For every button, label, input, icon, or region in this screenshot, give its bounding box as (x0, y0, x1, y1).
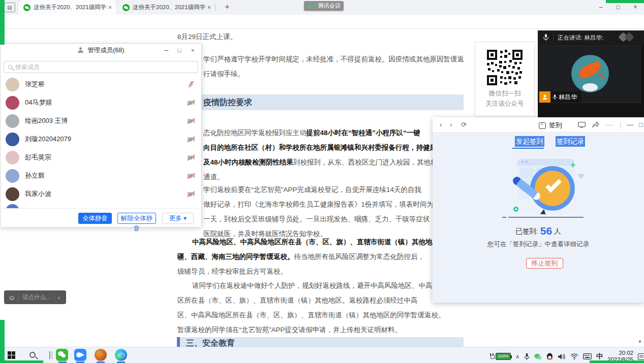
member-window-controls: ─ □ × (160, 44, 199, 57)
touch-keyboard-icon[interactable] (583, 353, 592, 359)
signin-illustration: + (503, 155, 590, 221)
speaker-name: 林昌华 (559, 93, 577, 102)
tray-expand-icon[interactable]: ∧ (515, 353, 519, 360)
tab-close-icon[interactable]: × (107, 4, 113, 11)
tab-start-signin[interactable]: 发起签到 (515, 136, 544, 147)
taskbar-edge-icon[interactable] (115, 349, 127, 361)
meeting-chat-bubble[interactable]: ☺ 说点什么... ‹ (4, 290, 66, 304)
volume-icon[interactable] (558, 353, 566, 360)
tab-actions-icon[interactable]: ▤ (4, 3, 15, 12)
camera-off-icon[interactable] (187, 136, 195, 143)
member-row[interactable]: 张芝桥 (1, 75, 202, 93)
minimize-button[interactable]: ─ (160, 47, 173, 53)
mic-off-icon[interactable] (187, 80, 195, 88)
battery-indicator[interactable]: 100% (489, 353, 511, 360)
article-line: 级辅导员，经学校审批后方可返校。 (177, 267, 287, 276)
tray-wechat-icon[interactable] (534, 353, 542, 360)
search-button[interactable] (26, 349, 39, 361)
minimize-button[interactable]: – (592, 4, 609, 11)
checkin-icon (539, 122, 546, 129)
article-line: 暂缓返校的同学须在“北艺智苑”APP提交请假申请，并上传相关证明材料。 (177, 325, 402, 335)
member-row[interactable]: 孙立辉 (1, 167, 202, 185)
stop-signin-button[interactable]: 终止签到 (526, 258, 563, 269)
article-line: 及48小时内核酸检测阴性结果到校报到，从东、西校区北门进入校园，其他校 (203, 158, 438, 167)
member-row[interactable]: 绘画2003 王博 (1, 112, 202, 130)
camera-off-icon[interactable] (187, 154, 195, 161)
signin-title: 签到 (539, 121, 562, 130)
more-icon[interactable]: ··· (605, 121, 614, 128)
mic-icon (553, 94, 557, 100)
unmute-all-button[interactable]: 解除全体静音 (117, 213, 156, 224)
start-button[interactable] (5, 349, 17, 361)
taskbar-meeting-icon[interactable] (74, 349, 86, 361)
notification-center-icon[interactable] (638, 353, 644, 360)
signin-note: 您可在「签到记录」中查看详细记录 (433, 240, 644, 249)
forward-share-icon[interactable] (592, 121, 599, 128)
browser-tab-1[interactable]: 这份关于2020、2021级同学开学 × (18, 0, 116, 15)
article-line: 区、中高风险地区所在县（市、区、旗）、直辖市街道（镇）其他地区的同学暂缓返校。 (177, 311, 445, 320)
member-row[interactable]: 彭毛英宗 (1, 148, 202, 167)
video-window-header[interactable]: 正在讲话: 林昌华; (538, 30, 644, 45)
tray-qq-icon[interactable] (546, 353, 553, 360)
tray-mic-icon[interactable] (524, 353, 530, 360)
wifi-icon[interactable] (570, 353, 578, 359)
person-icon (78, 47, 83, 53)
article-line: 行请假手续。 (203, 70, 244, 79)
camera-off-icon[interactable] (187, 191, 195, 197)
share-screen-icon[interactable] (578, 122, 586, 128)
close-button[interactable]: × (186, 47, 199, 53)
section-heading: 疫情防控要求 (203, 97, 252, 108)
qr-caption-line1: 微信扫一扫 (475, 88, 534, 98)
power-plug-icon (489, 353, 495, 359)
qr-follow-panel: 微信扫一扫 关注该公众号 (475, 42, 535, 117)
emoji-icon[interactable]: ☺ (8, 293, 15, 302)
share-border-top-right (606, 0, 644, 3)
ime-indicator[interactable]: 中 (596, 352, 603, 361)
meeting-logo-icon (620, 34, 640, 42)
tab-signin-records[interactable]: 签到记录 (556, 136, 585, 147)
forward-icon[interactable]: › (450, 121, 452, 128)
status-dot-icon (314, 5, 316, 7)
host-badge-icon (539, 91, 550, 103)
refresh-icon[interactable]: ⟳ (461, 121, 467, 128)
article-line: 请同学们在返校途中做好个人防护，规划好返校路线，避开中高风险地区、中高 (192, 281, 433, 290)
maximize-button[interactable]: □ (639, 121, 643, 128)
maximize-button[interactable]: □ (173, 47, 186, 53)
more-button[interactable]: 更多 ▾ (162, 213, 194, 224)
member-search-input[interactable]: 搜索成员 (4, 61, 198, 73)
scrollbar-down-arrow[interactable]: ▼ (636, 338, 643, 345)
section-heading-band-clipped: 三、安全教育 (177, 337, 464, 347)
speaker-avatar (571, 55, 609, 92)
taskbar-wechat-icon[interactable] (56, 349, 68, 361)
member-row[interactable]: 我家小波 (1, 185, 202, 203)
tab-title: 这份关于2020、2021级同学开学 (34, 4, 107, 11)
new-tab-button[interactable]: + (222, 2, 232, 11)
article-line: 态化防控地区同学返校报到应主动提前48小时在“智桂通”小程序以“一键 (203, 128, 420, 138)
camera-off-icon[interactable] (187, 100, 195, 106)
tray-time: 20:02 (619, 350, 633, 356)
browser-tab-2[interactable]: 这份关于2020、2021级同学开学 × (117, 0, 216, 15)
avatar (6, 187, 19, 201)
chat-input-placeholder[interactable]: 说点什么... (22, 293, 51, 301)
meeting-status-pill[interactable]: 腾讯会议 (304, 1, 344, 11)
camera-off-icon[interactable] (187, 173, 195, 179)
share-border-bottom-right (590, 360, 644, 363)
collapse-chevron-icon[interactable]: ‹ (58, 294, 60, 301)
signal-bars-icon (308, 4, 312, 8)
minimize-button[interactable]: — (627, 121, 633, 128)
member-row[interactable]: 刘璇202042079 (1, 130, 202, 148)
browser-toolbar: ← ↻ https://mp.weixin.qq.com/s/Wi3KKMF9s… (0, 15, 644, 29)
close-button[interactable]: × (627, 4, 644, 11)
avatar (6, 151, 19, 164)
taskbar-app-icon[interactable] (95, 349, 107, 361)
tab-close-icon[interactable]: × (206, 4, 212, 11)
avatar (6, 114, 19, 128)
article-line: 中高风险地区、中高风险地区所在县（市、区、旗）、直辖市街道（镇）其他地 (192, 238, 433, 247)
signin-stats: 已签到:56人 (433, 224, 644, 236)
back-icon[interactable]: ‹ (440, 121, 442, 128)
restore-button[interactable]: □ (609, 4, 627, 11)
mute-all-button[interactable]: 全体静音 (78, 213, 112, 224)
camera-off-icon[interactable] (187, 118, 195, 124)
member-row[interactable]: 04马梦婧 (1, 93, 202, 112)
video-tile[interactable]: 林昌华 (539, 45, 641, 103)
